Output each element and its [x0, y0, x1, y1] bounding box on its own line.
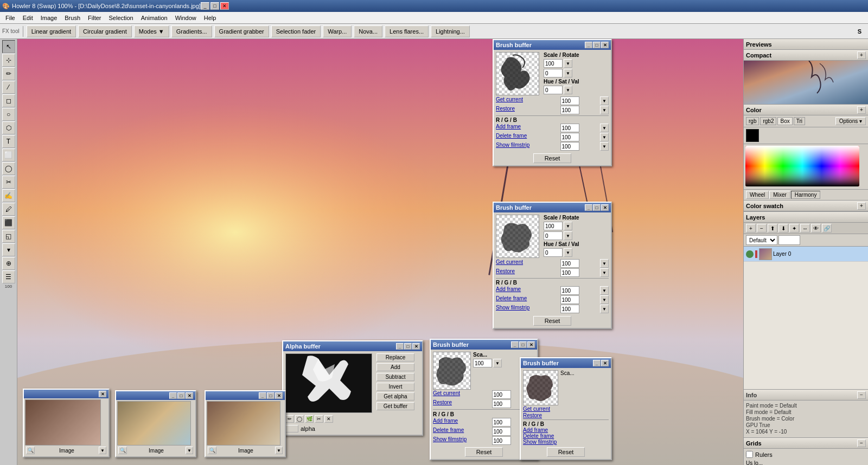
scale-input-1[interactable] [544, 59, 563, 68]
show-filmstrip-1[interactable]: Show filmstrip [496, 142, 539, 151]
compact-add-btn[interactable]: + [857, 51, 866, 59]
layers-tool-star[interactable]: ✦ [789, 224, 799, 232]
tool-hex[interactable]: ⬡ [2, 121, 15, 134]
bb3-maximize[interactable]: □ [519, 341, 527, 348]
layers-mode-select[interactable]: Default Multiply Screen [746, 235, 777, 245]
add-frame-dd-1[interactable]: ▼ [600, 124, 609, 132]
alpha-tool-3[interactable]: 🌿 [305, 415, 314, 423]
show-filmstrip-3[interactable]: Show filmstrip [433, 436, 476, 445]
close-button[interactable]: ✕ [220, 2, 229, 10]
color-swatch-add-btn[interactable]: + [857, 202, 866, 210]
restore-val-2[interactable] [560, 268, 579, 277]
brush-buffer-4-titlebar[interactable]: Brush buffer _ ✕ [521, 358, 611, 368]
get-current-1[interactable]: Get current [496, 96, 539, 105]
brush-buffer-3-titlebar[interactable]: Brush buffer _ □ ✕ [431, 340, 537, 350]
color-tab-tri[interactable]: Tri [794, 117, 805, 125]
restore-dd-1[interactable]: ▼ [600, 106, 609, 114]
mini-tool-3[interactable]: 🔍 [208, 447, 216, 454]
tool-pencil[interactable]: ✏ [2, 67, 15, 80]
delete-frame-val-3[interactable] [492, 427, 511, 436]
bb2-minimize[interactable]: _ [585, 204, 592, 211]
tool-scissors[interactable]: ✂ [2, 176, 15, 189]
alpha-tool-4[interactable]: ✂ [315, 415, 323, 423]
tool-brush[interactable]: 🖊 [2, 203, 15, 216]
add-frame-2[interactable]: Add frame [496, 286, 539, 295]
tool-text[interactable]: T [2, 135, 15, 148]
get-current-val-2[interactable] [560, 259, 579, 268]
layer-item-0[interactable]: Layer 0 [744, 247, 868, 262]
lens-flares-btn[interactable]: Lens flares... [385, 25, 429, 37]
layers-header[interactable]: Layers [744, 212, 868, 223]
mini-dd-2[interactable]: ▼ [186, 447, 193, 454]
show-filmstrip-4[interactable]: Show filmstrip [523, 439, 609, 445]
layer-eye-0[interactable] [746, 250, 754, 258]
alpha-tool-1[interactable]: ✏ [285, 415, 294, 423]
menu-filter[interactable]: Filter [85, 14, 104, 22]
get-current-val-3[interactable] [492, 390, 511, 399]
bb1-minimize[interactable]: _ [585, 42, 592, 48]
bb1-close[interactable]: ✕ [601, 42, 609, 48]
mini-tool-1[interactable]: 🔍 [26, 447, 35, 454]
delete-frame-4[interactable]: Delete frame [523, 433, 609, 439]
get-current-4[interactable]: Get current [523, 406, 566, 412]
get-current-dd-1[interactable]: ▼ [600, 96, 609, 105]
delete-frame-dd-2[interactable]: ▼ [600, 295, 609, 304]
scale-input-3[interactable] [473, 359, 492, 367]
scale-input-2[interactable] [544, 222, 563, 230]
hue-input-1[interactable] [544, 86, 563, 94]
show-filmstrip-2[interactable]: Show filmstrip [496, 305, 539, 313]
brush-buffer-2-titlebar[interactable]: Brush buffer _ □ ✕ [494, 203, 611, 212]
brush-buffer-1-titlebar[interactable]: Brush buffer _ □ ✕ [494, 40, 611, 50]
add-frame-val-1[interactable] [560, 124, 579, 132]
tool-oval[interactable]: ◯ [2, 162, 15, 175]
show-filmstrip-val-1[interactable] [560, 142, 579, 151]
alpha-tool-5[interactable]: ✕ [324, 415, 333, 423]
layers-tool-remove[interactable]: − [757, 224, 767, 232]
color-tab-box[interactable]: Box [777, 117, 792, 125]
nova-btn[interactable]: Nova... [354, 25, 382, 37]
delete-frame-dd-1[interactable]: ▼ [600, 133, 609, 141]
mw1-close[interactable]: ✕ [99, 391, 106, 397]
get-current-2[interactable]: Get current [496, 259, 539, 268]
color-header[interactable]: Color + [744, 105, 868, 115]
tool-pen[interactable]: ✍ [2, 189, 15, 202]
add-frame-4[interactable]: Add frame [523, 427, 609, 433]
mw2-maximize[interactable]: □ [177, 392, 185, 399]
reset-btn-4[interactable]: Reset [547, 447, 585, 457]
add-frame-3[interactable]: Add frame [433, 418, 476, 427]
color-tab-rgb[interactable]: rgb [746, 117, 759, 125]
bb3-minimize[interactable]: _ [511, 341, 519, 348]
get-current-3[interactable]: Get current [433, 390, 476, 399]
info-header[interactable]: Info − [744, 390, 868, 401]
info-collapse-btn[interactable]: − [857, 391, 866, 399]
show-filmstrip-dd-1[interactable]: ▼ [600, 142, 609, 151]
reset-btn-3[interactable]: Reset [465, 447, 503, 457]
tool-ellipse[interactable]: ○ [2, 108, 15, 121]
restore-val-1[interactable] [560, 106, 579, 114]
warp-btn[interactable]: Warp... [323, 25, 352, 37]
menu-image[interactable]: Image [37, 14, 61, 22]
delete-frame-1[interactable]: Delete frame [496, 133, 539, 141]
hue-input-2[interactable] [544, 248, 563, 257]
modes-btn[interactable]: Modes ▼ [134, 25, 169, 37]
scale-dd-3[interactable]: ▼ [493, 359, 502, 367]
grids-header[interactable]: Grids − [744, 438, 868, 449]
invert-btn[interactable]: Invert [376, 383, 414, 391]
restore-dd-2[interactable]: ▼ [600, 268, 609, 277]
color-swatch-black[interactable] [746, 129, 759, 142]
menu-help[interactable]: Help [201, 14, 220, 22]
menu-animation[interactable]: Animation [138, 14, 171, 22]
color-add-btn[interactable]: + [857, 106, 866, 114]
rotate-input-2[interactable] [544, 231, 563, 240]
bb2-maximize[interactable]: □ [593, 204, 601, 211]
layers-tool-up[interactable]: ⬆ [768, 224, 777, 232]
show-filmstrip-val-2[interactable] [560, 305, 579, 313]
restore-val-3[interactable] [492, 399, 511, 408]
bb4-close[interactable]: ✕ [601, 360, 609, 366]
menu-file[interactable]: File [2, 14, 18, 22]
restore-4[interactable]: Restore [523, 412, 566, 418]
tool-paint[interactable]: ⬛ [2, 216, 15, 229]
delete-frame-2[interactable]: Delete frame [496, 295, 539, 304]
tool-crosshair[interactable]: ⊹ [2, 54, 15, 67]
reset-btn-2[interactable]: Reset [533, 316, 572, 326]
